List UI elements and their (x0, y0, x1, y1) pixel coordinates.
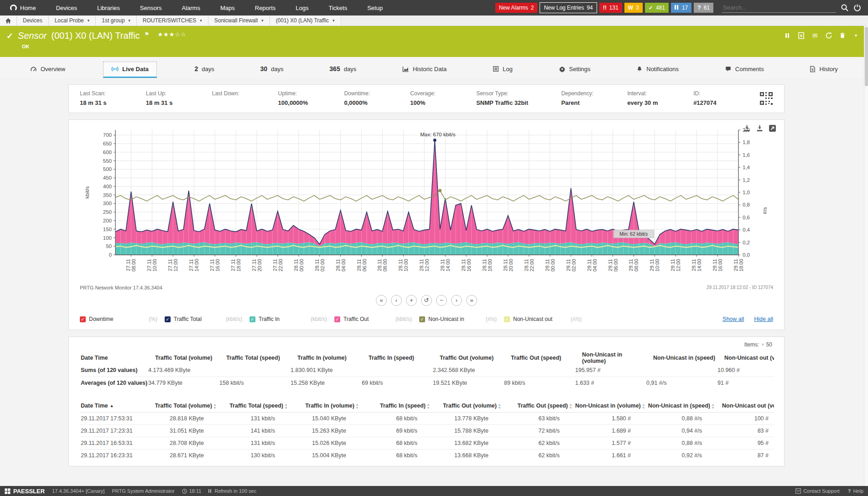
show-all-link[interactable]: Show all (722, 316, 744, 322)
legend-checkbox-traffic-in[interactable]: ✓ (249, 316, 255, 322)
nav-item-libraries[interactable]: Libraries (87, 0, 130, 16)
legend-checkbox-non-unicast-out[interactable]: ✓ (504, 316, 510, 322)
column-header-traffic-in-volume[interactable]: Traffic In (volume)▴▾ (291, 400, 362, 412)
step-forward-button[interactable]: › (451, 295, 462, 306)
live-data-graph[interactable]: 0501001502002503003504004505005506006507… (80, 124, 774, 282)
help-link[interactable]: ? Help (848, 488, 863, 494)
table-row[interactable]: 29.11.2017 16:53:3128.708 KByte131 kbit/… (80, 437, 774, 449)
table-cell: 83 # (717, 424, 774, 437)
column-header-non-unicast-in-volume[interactable]: Non-Unicast in (volume)▴▾ (575, 400, 646, 412)
tab-live-data[interactable]: Live Data (103, 62, 157, 78)
breadcrumb-1st-group[interactable]: 1st group▾ (96, 16, 137, 26)
nav-item-alarms[interactable]: Alarms (172, 0, 210, 16)
tab-30-days[interactable]: 30days (252, 62, 292, 78)
tab-365-days[interactable]: 365days (321, 62, 364, 78)
breadcrumb-router-switches[interactable]: ROUTER/SWITCHES▾ (137, 16, 208, 26)
priority-flag-icon[interactable]: ⚑ (145, 31, 150, 37)
pause-sensor-icon[interactable] (784, 31, 791, 39)
legend-item-traffic-total[interactable]: ✓Traffic Total(kbit/s) (165, 316, 242, 322)
column-header-traffic-out-speed[interactable]: Traffic Out (speed)▴▾ (504, 400, 575, 412)
open-fullscreen-icon[interactable] (769, 124, 777, 133)
badge-warning-sensors[interactable]: W3 (624, 3, 643, 13)
svg-text:#/s: #/s (762, 207, 768, 214)
jump-end-button[interactable]: » (466, 295, 477, 306)
table-row[interactable]: 29.11.2017 16:23:3128.671 KByte130 kbit/… (80, 449, 774, 461)
tab-historic-data[interactable]: Historic Data (394, 62, 455, 78)
tab-2-days[interactable]: 2days (187, 62, 223, 78)
zoom-out-button[interactable]: − (436, 295, 447, 306)
badge-new-alarms[interactable]: New Alarms2 (495, 3, 538, 13)
reset-zoom-button[interactable]: ↺ (421, 295, 432, 306)
badge-new-log-entries[interactable]: New Log Entries94 (540, 2, 597, 13)
nav-item-maps[interactable]: Maps (210, 0, 245, 16)
search-icon[interactable] (841, 4, 849, 12)
badge-unknown-sensors[interactable]: ?61 (694, 3, 713, 13)
legend-checkbox-non-unicast-in[interactable]: ✓ (419, 316, 425, 322)
scrollbar-thumb[interactable] (865, 27, 868, 86)
nav-item-devices[interactable]: Devices (46, 0, 87, 16)
tab-settings[interactable]: Settings (551, 62, 599, 78)
column-header-date-time[interactable]: Date Time▲ (80, 400, 148, 412)
breadcrumb-sonicwall-firewall[interactable]: Sonicwall Firewall▾ (208, 16, 270, 26)
tab-history[interactable]: History (801, 62, 846, 78)
nav-item-setup[interactable]: Setup (357, 0, 393, 16)
items-selector[interactable]: Items: ˅ 50 (80, 341, 773, 351)
legend-item-non-unicast-in[interactable]: ✓Non-Unicast in(#/s) (419, 316, 497, 322)
column-header-traffic-out-volume[interactable]: Traffic Out (volume)▴▾ (433, 400, 504, 412)
logout-power-icon[interactable] (853, 4, 862, 12)
footer-refresh[interactable]: Refresh in 100 sec (208, 488, 256, 494)
table-row[interactable]: 29.11.2017 17:53:3128.818 KByte131 kbit/… (80, 412, 774, 424)
zoom-in-button[interactable]: + (406, 295, 417, 306)
delete-trash-icon[interactable] (838, 31, 846, 39)
nav-item-label: Maps (220, 5, 235, 11)
footer-user[interactable]: PRTG System Administrator (112, 488, 174, 494)
legend-checkbox-downtime[interactable]: ✓ (80, 316, 86, 322)
download-data-icon[interactable] (756, 124, 764, 133)
breadcrumb-001-x0-lan-traffic[interactable]: (001) X0 (LAN) Traffic▾ (270, 16, 341, 26)
legend-label: Non-Unicast in (428, 316, 464, 322)
notification-email-icon[interactable]: ✉ (811, 31, 819, 39)
legend-item-non-unicast-out[interactable]: ✓Non-Unicast out(#/s) (504, 316, 582, 322)
column-header-non-unicast-in-speed[interactable]: Non-Unicast in (speed)▴▾ (646, 400, 717, 412)
jump-start-button[interactable]: « (376, 295, 387, 306)
tab-overview[interactable]: Overview (22, 62, 73, 78)
legend-checkbox-traffic-out[interactable]: ✓ (334, 316, 340, 322)
breadcrumb-local-probe[interactable]: Local Probe▾ (49, 16, 96, 26)
step-back-button[interactable]: ‹ (391, 295, 402, 306)
column-header-traffic-in-speed[interactable]: Traffic In (speed)▴▾ (362, 400, 433, 412)
badge-paused-sensors[interactable]: 17 (671, 3, 691, 13)
tab-notifications[interactable]: Notifications (628, 62, 687, 78)
legend-item-traffic-out[interactable]: ✓Traffic Out(kbit/s) (334, 316, 412, 322)
page-scrollbar[interactable] (864, 26, 868, 486)
download-image-icon[interactable] (743, 124, 751, 133)
column-header-traffic-total-speed[interactable]: Traffic Total (speed)▴▾ (219, 400, 291, 412)
legend-unit: (%) (149, 316, 157, 322)
hide-all-link[interactable]: Hide all (754, 316, 773, 322)
nav-item-reports[interactable]: Reports (245, 0, 286, 16)
breadcrumb-devices[interactable]: Devices (17, 16, 49, 26)
tab-log[interactable]: Log (484, 62, 521, 78)
rescan-refresh-icon[interactable] (825, 31, 832, 39)
search-input[interactable] (722, 3, 836, 13)
more-menu-caret-icon[interactable]: ▾ (852, 31, 860, 39)
nav-item-sensors[interactable]: Sensors (130, 0, 172, 16)
legend-item-downtime[interactable]: ✓Downtime(%) (80, 316, 157, 322)
contact-support-link[interactable]: Contact Support (795, 488, 840, 494)
table-row[interactable]: 29.11.2017 17:23:3131.051 KByte141 kbit/… (80, 424, 774, 437)
legend-checkbox-traffic-total[interactable]: ✓ (165, 316, 171, 322)
badge-up-sensors[interactable]: ✓481 (645, 3, 669, 13)
legend-item-traffic-in[interactable]: ✓Traffic In(kbit/s) (249, 316, 327, 322)
report-icon[interactable] (797, 31, 805, 39)
tab-comments[interactable]: Comments (717, 62, 772, 78)
paessler-brand[interactable]: PAESSLER (5, 488, 45, 495)
badge-error-sensors[interactable]: !!131 (599, 3, 622, 13)
sensor-name: (001) X0 (LAN) Traffic (51, 31, 140, 41)
nav-item-tickets[interactable]: Tickets (318, 0, 357, 16)
nav-item-home[interactable]: Home (0, 0, 46, 16)
priority-stars[interactable]: ★★★☆☆ (157, 31, 186, 38)
breadcrumb-home-icon[interactable] (0, 16, 17, 26)
qr-code-icon[interactable] (759, 92, 773, 105)
nav-item-logs[interactable]: Logs (286, 0, 318, 16)
column-header-non-unicast-out-volume[interactable]: Non-Unicast out (volume)▴▾ (717, 400, 774, 412)
column-header-traffic-total-volume[interactable]: Traffic Total (volume)▴▾ (148, 400, 219, 412)
